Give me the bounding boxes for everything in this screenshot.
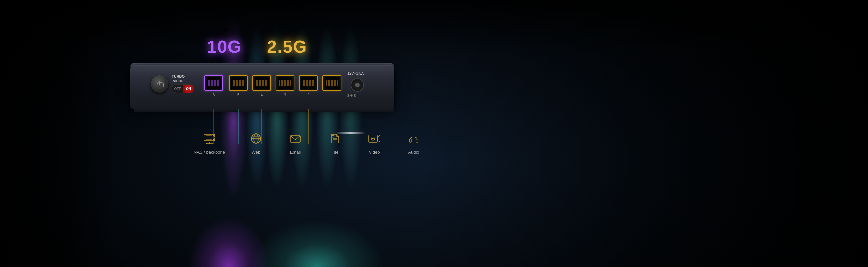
port-5: 5 — [229, 75, 248, 91]
port-pin — [209, 80, 210, 86]
port-3-label: 3 — [284, 93, 286, 97]
port-4-label: 4 — [261, 93, 263, 97]
icon-item-email: Email — [287, 130, 304, 155]
port-6-inner — [207, 77, 221, 89]
port-pin — [262, 80, 263, 86]
port-pin — [332, 80, 333, 86]
web-icon — [249, 132, 263, 145]
icon-box-web — [248, 130, 265, 147]
svg-point-9 — [213, 138, 214, 140]
file-label: File — [331, 149, 338, 155]
icon-box-audio — [405, 130, 422, 147]
audio-icon — [407, 132, 421, 145]
port-3-inner — [278, 77, 292, 89]
port-pin — [233, 80, 234, 86]
svg-point-25 — [332, 135, 334, 137]
port-2: 2 — [299, 75, 318, 91]
icon-box-video — [366, 130, 382, 147]
turbo-off-label: OFF — [172, 85, 183, 93]
power-jack — [350, 78, 364, 92]
port-pin — [284, 80, 285, 86]
icon-item-file: File — [327, 130, 343, 155]
port-1-inner — [325, 77, 339, 89]
port-pin — [265, 80, 266, 86]
port-pin — [237, 80, 238, 86]
port-pin — [256, 80, 257, 86]
svg-marker-27 — [377, 135, 380, 142]
port-pin — [309, 80, 310, 86]
port-pin — [236, 80, 237, 86]
port-3-pins — [279, 80, 291, 86]
port-pin — [267, 80, 268, 86]
port-6: 6 — [204, 75, 223, 91]
email-icon — [288, 132, 303, 145]
port-pin — [328, 80, 329, 86]
port-2-inner — [302, 77, 315, 89]
port-1: 1 — [322, 75, 341, 91]
port-pin — [211, 80, 212, 86]
port-5-inner — [231, 77, 245, 89]
web-label: Web — [252, 149, 261, 155]
turbo-mode-toggle[interactable]: OFF ON — [172, 85, 194, 93]
port-2-label: 2 — [307, 93, 310, 97]
email-label: Email — [290, 149, 301, 155]
port-pin — [310, 80, 311, 86]
port-pin — [239, 80, 240, 86]
port-pin — [290, 80, 291, 86]
video-label: Video — [369, 149, 380, 155]
port-4-inner — [255, 77, 269, 89]
icon-item-video: Video — [366, 130, 382, 155]
port-pin — [303, 80, 304, 86]
port-5-pins — [232, 80, 244, 86]
icons-row: NAS / backbone Web Email — [194, 130, 422, 155]
nas-label: NAS / backbone — [194, 149, 225, 155]
port-pin — [242, 80, 243, 86]
port-1-label: 1 — [331, 93, 333, 97]
port-pin — [215, 80, 216, 86]
port-pin — [214, 80, 215, 86]
port-4-pins — [256, 80, 268, 86]
port-pin — [234, 80, 235, 86]
svg-rect-31 — [416, 139, 418, 142]
port-pin — [306, 80, 307, 86]
port-2-body — [299, 75, 318, 91]
port-pin — [288, 80, 289, 86]
port-1-pins — [326, 80, 338, 86]
port-pin — [326, 80, 327, 86]
port-1-body — [322, 75, 341, 91]
icon-item-audio: Audio — [405, 130, 422, 155]
icon-item-web: Web — [248, 130, 265, 155]
port-pin — [285, 80, 286, 86]
port-pin — [240, 80, 241, 86]
turbo-on-label: ON — [183, 85, 194, 93]
power-button[interactable] — [151, 75, 168, 93]
port-pin — [335, 80, 336, 86]
port-4: 4 — [252, 75, 271, 91]
port-pin — [329, 80, 330, 86]
port-pin — [331, 80, 332, 86]
icon-item-nas: NAS / backbone — [194, 130, 225, 155]
power-jack-symbol: ⊝⊕⊝ — [346, 94, 356, 98]
port-pin — [212, 80, 213, 86]
icon-box-file — [327, 130, 343, 147]
turbo-mode-label: TURBOMODE — [172, 74, 185, 84]
nas-icon — [202, 132, 216, 145]
port-pin — [282, 80, 283, 86]
audio-label: Audio — [408, 149, 419, 155]
icon-box-nas — [201, 130, 218, 147]
port-pin — [279, 80, 280, 86]
port-pin — [260, 80, 261, 86]
background — [0, 0, 868, 267]
video-icon — [367, 132, 381, 145]
port-pin — [313, 80, 314, 86]
port-4-body — [252, 75, 271, 91]
svg-marker-29 — [372, 138, 374, 139]
speed-25g-label: 2.5G — [267, 37, 307, 57]
port-5-label: 5 — [237, 93, 240, 97]
port-pin — [334, 80, 335, 86]
port-6-body — [204, 75, 223, 91]
port-pin — [243, 80, 244, 86]
port-pin — [217, 80, 218, 86]
power-jack-inner — [355, 83, 360, 88]
svg-rect-30 — [409, 139, 411, 142]
